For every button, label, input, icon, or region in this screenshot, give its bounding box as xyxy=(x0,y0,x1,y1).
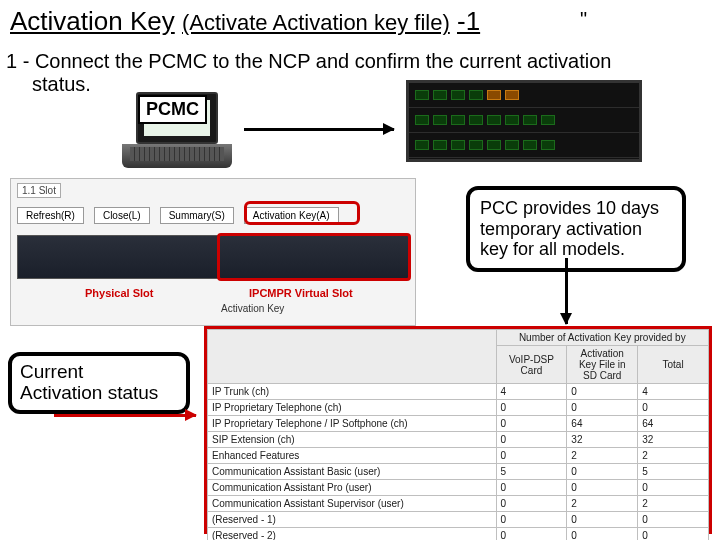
callout-pcc: PCC provides 10 days temporary activatio… xyxy=(466,186,686,272)
col-total: Total xyxy=(638,346,709,384)
virtual-slot-highlight xyxy=(217,233,411,281)
laptop-keys xyxy=(130,147,224,161)
table-row: Enhanced Features022 xyxy=(208,448,709,464)
title-num: -1 xyxy=(457,6,480,36)
close-button[interactable]: Close(L) xyxy=(94,207,150,224)
callout-current-status: Current Activation status xyxy=(8,352,190,414)
pcmc-label: PCMC xyxy=(138,95,207,124)
table-row: IP Trunk (ch)404 xyxy=(208,384,709,400)
ncp-row xyxy=(409,133,639,158)
arrow-callout-to-table-red xyxy=(54,414,196,417)
col-voip: VoIP-DSP Card xyxy=(496,346,567,384)
table-body: IP Trunk (ch)404 IP Proprietary Telephon… xyxy=(208,384,709,541)
ncp-row xyxy=(409,108,639,133)
activation-status-table-wrap: Number of Activation Key provided by VoI… xyxy=(204,326,712,534)
pcmc-screenshot: 1.1 Slot Refresh(R) Close(L) Summary(S) … xyxy=(10,178,416,326)
table-row: IP Proprietary Telephone (ch)000 xyxy=(208,400,709,416)
table-row: (Reserved - 2)000 xyxy=(208,528,709,541)
step-line1: 1 - Connect the PCMC to the NCP and conf… xyxy=(6,50,696,73)
ncp-device xyxy=(406,80,642,162)
col-feature xyxy=(208,330,497,384)
arrow-pcmc-to-ncp xyxy=(244,128,394,131)
table-row: Communication Assistant Basic (user)505 xyxy=(208,464,709,480)
table-row: IP Proprietary Telephone / IP Softphone … xyxy=(208,416,709,432)
arrow-callout-to-table xyxy=(565,258,568,324)
table-row: Communication Assistant Pro (user)000 xyxy=(208,480,709,496)
title-main: Activation Key xyxy=(10,6,175,36)
col-group: Number of Activation Key provided by xyxy=(496,330,708,346)
col-sd: Activation Key File in SD Card xyxy=(567,346,638,384)
activation-status-table: Number of Activation Key provided by VoI… xyxy=(207,329,709,540)
callout2-line2: Activation status xyxy=(20,383,178,404)
table-row: (Reserved - 1)000 xyxy=(208,512,709,528)
ss1-slot-title: 1.1 Slot xyxy=(17,183,61,198)
ncp-row xyxy=(409,83,639,108)
title-sub: (Activate Activation key file) xyxy=(182,10,450,35)
refresh-button[interactable]: Refresh(R) xyxy=(17,207,84,224)
table-row: SIP Extension (ch)03232 xyxy=(208,432,709,448)
physical-slot-label: Physical Slot xyxy=(85,287,153,299)
callout2-line1: Current xyxy=(20,362,178,383)
activation-key-label: Activation Key xyxy=(221,303,284,314)
stray-quote: " xyxy=(580,8,587,31)
slide-title: Activation Key (Activate Activation key … xyxy=(10,6,480,37)
activation-key-highlight xyxy=(244,201,360,225)
table-row: Communication Assistant Supervisor (user… xyxy=(208,496,709,512)
virtual-slot-label: IPCMPR Virtual Slot xyxy=(249,287,353,299)
summary-button[interactable]: Summary(S) xyxy=(160,207,234,224)
